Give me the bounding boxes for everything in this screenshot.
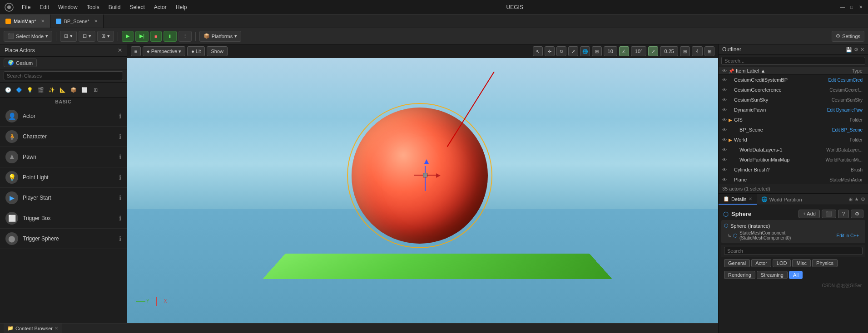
actor-item-triggerbox[interactable]: ⬜ Trigger Box ℹ bbox=[0, 208, 127, 229]
vp-rotate-icon[interactable]: ↻ bbox=[556, 46, 566, 56]
vp-world-icon[interactable]: 🌐 bbox=[580, 46, 590, 56]
list-item[interactable]: 👁 BP_Scene Edit BP_Scene bbox=[719, 125, 868, 135]
vp-layer-icon[interactable]: ⊞ bbox=[680, 46, 690, 56]
outliner-save-icon[interactable]: 💾 bbox=[846, 47, 852, 53]
actor-item-pointlight[interactable]: 💡 Point Light ℹ bbox=[0, 167, 127, 188]
add-component-btn[interactable]: + Add bbox=[799, 210, 819, 218]
vp-scale-icon[interactable]: ⤢ bbox=[568, 46, 578, 56]
actor-item-playerstart[interactable]: ▶ Player Start ℹ bbox=[0, 188, 127, 208]
details-search-input[interactable] bbox=[724, 247, 863, 255]
edit-cpp-link[interactable]: Edit in C++ bbox=[837, 233, 859, 238]
actor-item-pawn[interactable]: ♟ Pawn ℹ bbox=[0, 147, 127, 167]
filter-rendering[interactable]: Rendering bbox=[724, 271, 755, 279]
vp-lit-btn[interactable]: ● Lit bbox=[187, 46, 205, 56]
vp-show-btn[interactable]: Show bbox=[207, 46, 228, 56]
geometry-btn[interactable]: 📐 bbox=[58, 85, 67, 94]
play-selected-btn[interactable]: ▶| bbox=[135, 31, 149, 42]
settings-btn[interactable]: ⚙ Settings bbox=[832, 31, 864, 42]
vp-move-icon[interactable]: ✛ bbox=[545, 46, 555, 56]
vp-angle-icon[interactable]: ∠ bbox=[619, 46, 629, 56]
vp-hamburger-btn[interactable]: ≡ bbox=[131, 46, 141, 56]
triggersphere-info-icon[interactable]: ℹ bbox=[119, 235, 121, 242]
details-more-btn[interactable]: ⚙ bbox=[851, 210, 863, 218]
content-browser-close[interactable]: ✕ bbox=[55, 326, 58, 331]
vp-snap-icon[interactable]: ⊞ bbox=[592, 46, 602, 56]
menu-actor[interactable]: Actor bbox=[150, 3, 170, 11]
tab-mainmap[interactable]: MainMap* ✕ bbox=[0, 15, 50, 28]
cesium-tab[interactable]: 🌍 Cesium bbox=[4, 59, 37, 67]
viewport[interactable]: ≡ ● Perspective ▾ ● Lit Show ↖ ✛ ↻ ⤢ bbox=[127, 44, 718, 333]
filter-general[interactable]: General bbox=[724, 259, 750, 267]
menu-select[interactable]: Select bbox=[126, 3, 148, 11]
shapes-btn[interactable]: 🔷 bbox=[15, 85, 24, 94]
actor-item-triggersphere[interactable]: ⬤ Trigger Sphere ℹ bbox=[0, 229, 127, 249]
tab-mainmap-close[interactable]: ✕ bbox=[41, 19, 45, 24]
filter-all[interactable]: All bbox=[789, 271, 803, 279]
details-tab-close[interactable]: ✕ bbox=[749, 196, 752, 201]
menu-tools[interactable]: Tools bbox=[83, 3, 103, 11]
menu-build[interactable]: Build bbox=[105, 3, 124, 11]
pawn-info-icon[interactable]: ℹ bbox=[119, 153, 121, 161]
play-btn[interactable]: ▶ bbox=[122, 31, 134, 42]
menu-file[interactable]: File bbox=[18, 3, 34, 11]
outliner-search-input[interactable] bbox=[721, 57, 865, 65]
light-btn[interactable]: 💡 bbox=[25, 85, 35, 94]
menu-window[interactable]: Window bbox=[55, 3, 81, 11]
details-icon-1[interactable]: ⊞ bbox=[848, 196, 853, 202]
misc-btn[interactable]: ⬜ bbox=[80, 85, 89, 94]
details-icon-2[interactable]: ★ bbox=[854, 196, 859, 202]
vp-grid-value-btn[interactable]: 10 bbox=[604, 46, 617, 56]
vfx-btn[interactable]: ✨ bbox=[47, 85, 56, 94]
vp-layer-value-btn[interactable]: 4 bbox=[692, 46, 703, 56]
filter-actor[interactable]: Actor bbox=[751, 259, 771, 267]
actor-item-actor[interactable]: 👤 Actor ℹ bbox=[0, 106, 127, 127]
outliner-settings-icon[interactable]: ⚙ bbox=[854, 47, 858, 53]
tab-bpscene-close[interactable]: ✕ bbox=[94, 19, 98, 24]
list-item[interactable]: 👁 WorldDataLayers-1 WorldDataLayer... bbox=[719, 145, 868, 155]
list-item[interactable]: 👁 CesiumSunSky CesiumSunSky bbox=[719, 95, 868, 105]
menu-edit[interactable]: Edit bbox=[36, 3, 53, 11]
blueprint-btn[interactable]: ⬛ bbox=[822, 210, 836, 218]
toolbar-transform-btn[interactable]: ⊞ ▾ bbox=[60, 31, 77, 42]
close-btn[interactable]: ✕ bbox=[857, 4, 864, 11]
list-item[interactable]: 👁 CesiumCreditSystemBP Edit CesiumCred bbox=[719, 75, 868, 85]
toolbar-grid-btn[interactable]: ⊟ ▾ bbox=[79, 31, 95, 42]
list-item[interactable]: 👁 ▶ World Folder bbox=[719, 135, 868, 145]
list-item[interactable]: 👁 ▶ GIS Folder bbox=[719, 115, 868, 125]
pointlight-info-icon[interactable]: ℹ bbox=[119, 174, 121, 181]
search-classes-input[interactable] bbox=[4, 71, 123, 80]
filter-misc[interactable]: Misc bbox=[792, 259, 811, 267]
stop-btn[interactable]: ■ bbox=[150, 31, 162, 42]
actor-info-icon[interactable]: ℹ bbox=[119, 113, 121, 120]
list-item[interactable]: 👁 DynamicPawn Edit DynamicPaw bbox=[719, 105, 868, 115]
filter-physics[interactable]: Physics bbox=[812, 259, 838, 267]
maximize-btn[interactable]: □ bbox=[848, 4, 855, 11]
vp-select-icon[interactable]: ↖ bbox=[533, 46, 543, 56]
content-browser-tab[interactable]: 📁 Content Browser ✕ bbox=[4, 323, 62, 333]
question-btn[interactable]: ? bbox=[838, 210, 849, 218]
vp-perspective-btn[interactable]: ● Perspective ▾ bbox=[143, 46, 185, 56]
all-btn[interactable]: ⊞ bbox=[91, 85, 100, 94]
tab-bpscene[interactable]: BP_Scene* ✕ bbox=[50, 15, 104, 28]
list-item[interactable]: 👁 CesiumGeoreference CesiumGeoref... bbox=[719, 85, 868, 95]
tab-world-partition[interactable]: 🌐 World Partition bbox=[757, 195, 807, 204]
vp-scale-value-btn[interactable]: 0.25 bbox=[660, 46, 678, 56]
toolbar-snap-btn[interactable]: ⊞ ▾ bbox=[97, 31, 114, 42]
actor-item-character[interactable]: 🧍 Character ℹ bbox=[0, 127, 127, 147]
tab-details[interactable]: 📋 Details ✕ bbox=[719, 194, 757, 205]
toolbar-more-btn[interactable]: ⋮ bbox=[179, 31, 192, 42]
recent-btn[interactable]: 🕐 bbox=[4, 85, 13, 94]
volumes-btn[interactable]: 📦 bbox=[69, 85, 78, 94]
triggerbox-info-icon[interactable]: ℹ bbox=[119, 215, 121, 222]
outliner-close-btn[interactable]: ✕ bbox=[860, 47, 864, 53]
vp-settings-icon[interactable]: ⊞ bbox=[704, 46, 714, 56]
minimize-btn[interactable]: — bbox=[839, 4, 846, 11]
cinema-btn[interactable]: 🎬 bbox=[36, 85, 45, 94]
filter-lod[interactable]: LOD bbox=[773, 259, 791, 267]
character-info-icon[interactable]: ℹ bbox=[119, 133, 121, 140]
vp-scale-val-icon[interactable]: ⤢ bbox=[648, 46, 658, 56]
pause-btn[interactable]: ⏸ bbox=[164, 31, 177, 42]
list-item[interactable]: 👁 Cylinder Brush? Brush bbox=[719, 165, 868, 175]
menu-help[interactable]: Help bbox=[172, 3, 191, 11]
playerstart-info-icon[interactable]: ℹ bbox=[119, 194, 121, 201]
